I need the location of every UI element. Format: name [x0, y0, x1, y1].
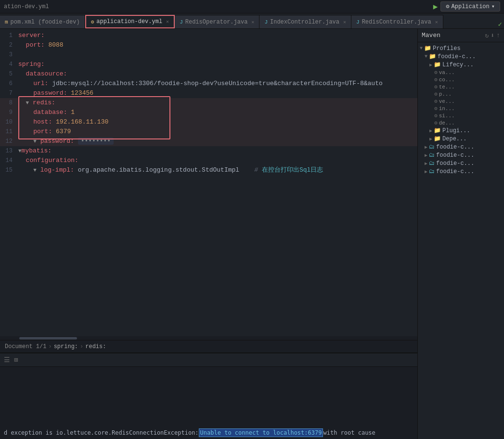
maven-submodule-3[interactable]: ▶🗂foodie-c...	[418, 159, 504, 167]
tab-pom-label: pom.xml (foodie-dev)	[11, 19, 80, 25]
maven-node-label: foodie-c...	[436, 144, 474, 151]
folder-icon: 📁	[434, 135, 441, 142]
line-number: 11	[0, 127, 18, 137]
module-icon: 🗂	[429, 143, 435, 151]
collapse-icon[interactable]: ↑	[496, 32, 500, 39]
maven-lifecycle[interactable]: ▶ 📁 Lifecy...	[418, 61, 504, 69]
close-icon[interactable]: ✕	[343, 19, 346, 25]
maven-item-va[interactable]: ⚙va...	[418, 69, 504, 76]
line-content: ▼mybatis:	[18, 146, 417, 156]
horizontal-scrollbar[interactable]	[0, 336, 417, 340]
close-icon[interactable]: ✕	[251, 19, 254, 25]
folder-icon: 📁	[429, 53, 436, 60]
bottom-panel: ☰ ⊞ d exception is io.lettuce.core.Redis…	[0, 352, 417, 439]
gear-icon: ⚙	[434, 69, 438, 75]
java-icon: J	[264, 19, 268, 25]
folder-icon: 📁	[434, 61, 441, 68]
tabs-bar: m pom.xml (foodie-dev) ⚙ application-dev…	[0, 13, 504, 29]
list-icon[interactable]: ☰	[4, 356, 10, 364]
code-line: 10 host: 192.168.11.130	[0, 117, 417, 127]
line-number: 2	[0, 40, 18, 50]
code-editor[interactable]: 1 server: 2 port: 8088 3 4 spring:	[0, 29, 417, 340]
line-number: 14	[0, 156, 18, 165]
maven-item-si[interactable]: ⚙si...	[418, 112, 504, 119]
maven-dependencies[interactable]: ▶ 📁 Depe...	[418, 135, 504, 143]
gear-icon: ⚙	[434, 120, 438, 126]
breadcrumb-spring[interactable]: spring:	[54, 343, 78, 350]
maven-node-label: Plugi...	[442, 127, 470, 134]
maven-item-p[interactable]: ⚙p...	[418, 90, 504, 98]
maven-item-in[interactable]: ⚙in...	[418, 105, 504, 112]
maven-item-co[interactable]: ⚙co...	[418, 76, 504, 83]
refresh-icon[interactable]: ↻	[485, 32, 489, 39]
scrollbar-thumb[interactable]	[19, 337, 77, 339]
maven-item-label: in...	[439, 106, 455, 112]
gear-icon: ⚙	[434, 84, 438, 90]
app-icon: ⚙	[446, 3, 449, 10]
close-icon[interactable]: ✕	[166, 19, 169, 25]
maven-header: Maven ↻ ⬇ ↑	[418, 29, 504, 42]
code-line: 4 spring:	[0, 60, 417, 69]
maven-node-label: foodie-c...	[436, 152, 474, 159]
gear-icon: ⚙	[434, 76, 438, 83]
folder-icon: 📁	[424, 45, 431, 52]
arrow-icon: ▼	[420, 46, 423, 51]
error-highlight: Unable to connect to localhost:6379	[199, 428, 323, 437]
breadcrumb-redis[interactable]: redis:	[85, 343, 106, 350]
breadcrumb-sep2: ›	[80, 343, 83, 350]
line-content: database: 1	[18, 108, 417, 117]
maven-item-te[interactable]: ⚙te...	[418, 83, 504, 90]
app-label: Application	[452, 3, 490, 10]
maven-submodule-2[interactable]: ▶🗂foodie-c...	[418, 151, 504, 159]
arrow-icon: ▶	[429, 62, 432, 68]
maven-item-label: co...	[439, 77, 455, 83]
line-content: ▼ password: ••••••••	[18, 137, 417, 146]
tab-redis-operator[interactable]: J RedisOperator.java ✕	[175, 15, 259, 28]
line-number: 12	[0, 137, 18, 146]
console-output: d exception is io.lettuce.core.RedisConn…	[0, 367, 417, 439]
line-number: 15	[0, 165, 18, 175]
line-content: ▼ log-impl: org.apache.ibatis.logging.st…	[18, 165, 417, 175]
module-icon: 🗂	[429, 160, 435, 167]
arrow-icon: ▶	[425, 152, 427, 158]
line-content: url: jdbc:mysql://localhost:3306/foodie-…	[18, 79, 417, 88]
title-bar: ation-dev.yml ▶ ⚙ Application ▾	[0, 0, 504, 13]
line-content: ▼ redis:	[18, 98, 417, 108]
arrow-icon: ▶	[429, 128, 432, 134]
line-content: server:	[18, 31, 417, 40]
maven-plugins[interactable]: ▶ 📁 Plugi...	[418, 126, 504, 135]
maven-submodule-4[interactable]: ▶🗂foodie-c...	[418, 167, 504, 176]
grid-icon[interactable]: ⊞	[14, 356, 18, 364]
maven-profiles[interactable]: ▼ 📁 Profiles	[418, 44, 504, 52]
tab-index-controller-label: IndexController.java	[270, 19, 339, 25]
breadcrumb-doc: Document 1/1	[5, 343, 46, 350]
maven-item-label: de...	[439, 120, 455, 126]
gear-icon: ⚙	[434, 113, 438, 119]
code-line: 14 configuration:	[0, 156, 417, 165]
tab-appdev[interactable]: ⚙ application-dev.yml ✕	[85, 15, 175, 28]
maven-item-de[interactable]: ⚙de...	[418, 119, 504, 126]
maven-foodie-root[interactable]: ▼ 📁 foodie-c...	[418, 52, 504, 61]
code-line: 7 password: 123456	[0, 88, 417, 98]
arrow-icon: ▶	[425, 144, 427, 150]
line-content: password: 123456	[18, 88, 417, 98]
line-number: 9	[0, 108, 18, 117]
folder-icon: 📁	[434, 127, 441, 134]
arrow-icon: ▶	[425, 169, 427, 175]
code-line: 8 ▼ redis:	[0, 98, 417, 108]
app-button[interactable]: ⚙ Application ▾	[440, 1, 500, 12]
code-line: 13 ▼mybatis:	[0, 146, 417, 156]
tab-pom[interactable]: m pom.xml (foodie-dev)	[0, 15, 85, 28]
tab-index-controller[interactable]: J IndexController.java ✕	[259, 15, 351, 28]
breadcrumb-sep1: ›	[48, 343, 52, 350]
download-icon[interactable]: ⬇	[491, 32, 494, 39]
tab-redis-controller[interactable]: J RedisController.java ✕	[351, 15, 443, 28]
arrow-icon: ▼	[425, 54, 427, 59]
tab-redis-controller-label: RedisController.java	[362, 19, 431, 25]
line-number: 5	[0, 69, 18, 79]
close-icon[interactable]: ✕	[435, 19, 438, 25]
main-layout: 1 server: 2 port: 8088 3 4 spring:	[0, 29, 504, 439]
maven-submodule-1[interactable]: ▶🗂foodie-c...	[418, 143, 504, 151]
maven-item-ve[interactable]: ⚙ve...	[418, 98, 504, 105]
code-line: 9 database: 1	[0, 108, 417, 117]
